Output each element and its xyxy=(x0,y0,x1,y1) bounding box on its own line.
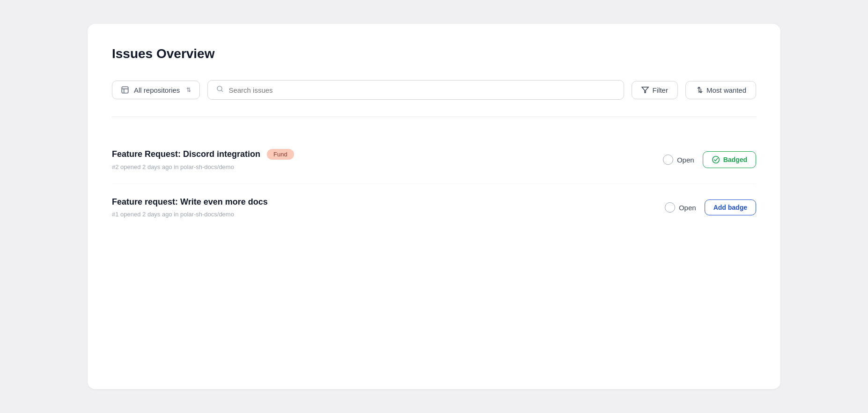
open-circle-icon xyxy=(663,155,673,165)
issue-right: Open Add badge xyxy=(665,199,756,215)
check-circle-icon xyxy=(712,155,720,164)
badged-button[interactable]: Badged xyxy=(703,151,756,168)
main-card: Issues Overview All repositories ⇅ xyxy=(88,24,780,389)
sort-label: Most wanted xyxy=(706,86,746,94)
repo-icon xyxy=(121,86,129,94)
search-box xyxy=(207,80,624,100)
table-row: Feature Request: Discord integration Fun… xyxy=(112,136,756,184)
issue-title: Feature request: Write even more docs xyxy=(112,197,268,207)
badged-label: Badged xyxy=(723,156,747,163)
add-badge-button[interactable]: Add badge xyxy=(705,199,756,215)
status-label: Open xyxy=(679,204,696,212)
divider xyxy=(112,117,756,117)
open-circle-icon xyxy=(665,202,675,213)
issue-title: Feature Request: Discord integration xyxy=(112,149,260,159)
issue-meta: #2 opened 2 days ago in polar-sh-docs/de… xyxy=(112,163,294,170)
filter-icon xyxy=(641,86,649,94)
issue-left: Feature request: Write even more docs #1… xyxy=(112,197,268,218)
issue-title-row: Feature Request: Discord integration Fun… xyxy=(112,149,294,160)
issue-title-row: Feature request: Write even more docs xyxy=(112,197,268,207)
issue-meta: #1 opened 2 days ago in polar-sh-docs/de… xyxy=(112,211,268,218)
chevron-updown-icon: ⇅ xyxy=(186,87,191,93)
svg-rect-0 xyxy=(122,87,128,93)
repo-select-label: All repositories xyxy=(134,86,180,94)
open-status: Open xyxy=(665,202,696,213)
svg-line-4 xyxy=(221,90,223,92)
sort-icon xyxy=(695,86,703,94)
table-row: Feature request: Write even more docs #1… xyxy=(112,184,756,231)
repo-select-button[interactable]: All repositories ⇅ xyxy=(112,81,200,99)
filter-button[interactable]: Filter xyxy=(632,81,678,99)
open-status: Open xyxy=(663,155,694,165)
add-badge-label: Add badge xyxy=(714,204,747,211)
svg-point-8 xyxy=(712,156,719,163)
search-icon xyxy=(216,85,224,95)
search-input[interactable] xyxy=(228,86,615,94)
status-label: Open xyxy=(677,156,694,164)
filter-label: Filter xyxy=(653,86,668,94)
issue-right: Open Badged xyxy=(663,151,756,168)
issue-left: Feature Request: Discord integration Fun… xyxy=(112,149,294,170)
page-title: Issues Overview xyxy=(112,46,756,61)
issues-list: Feature Request: Discord integration Fun… xyxy=(112,136,756,231)
toolbar: All repositories ⇅ Filter xyxy=(112,80,756,100)
fund-badge: Fund xyxy=(267,149,294,160)
svg-marker-5 xyxy=(642,87,648,93)
sort-button[interactable]: Most wanted xyxy=(685,81,756,99)
